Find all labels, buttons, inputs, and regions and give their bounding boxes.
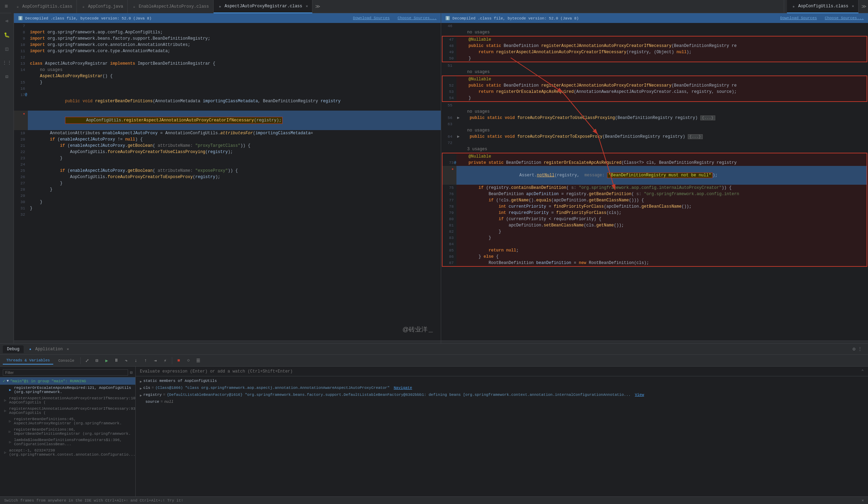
r-line-52: 52 public static BeanDefinition register… (443, 82, 867, 89)
code-line-32: 32 (14, 211, 441, 218)
tab-aop-config-utils[interactable]: ☕ AopConfigUtils.class (11, 0, 77, 13)
right-scrollbar[interactable] (441, 341, 868, 343)
sidebar-icon-3[interactable]: ◫ (2, 44, 12, 54)
right-tab-overflow[interactable]: ≫ (861, 3, 867, 9)
thread-frame-3[interactable]: ▷ registerAspectJAnnotationAutoProxyCrea… (0, 406, 135, 416)
status-bar: Switch frames from anywhere in the IDE w… (0, 496, 868, 504)
code-line-7: 7 (14, 23, 441, 29)
tab-close-button[interactable]: ✕ (306, 4, 308, 8)
debug-top-tabs: Debug ● Application ✕ ⚙ ⋮ (0, 344, 868, 355)
right-choose-sources[interactable]: Choose Sources... (825, 16, 864, 20)
btn-resume[interactable]: ▶ (103, 357, 111, 365)
code-line-no-usages-1: 14 no usages (14, 67, 441, 73)
var-item-source[interactable]: source = null (136, 399, 868, 405)
btn-stop[interactable]: ■ (175, 357, 183, 365)
btn-settings[interactable]: ☰ (194, 357, 202, 365)
r-line-ann3: @Nullable (443, 153, 867, 160)
left-info-bar: ℹ️ Decompiled .class file, bytecode vers… (14, 13, 441, 23)
r-line-83: 83 } (443, 235, 867, 241)
sidebar-icon-5[interactable]: ⊡ (2, 72, 12, 81)
thread-main[interactable]: ✓ ▼ "main"@1 in group "main": RUNNING (0, 377, 135, 385)
thread-frame-6[interactable]: ▷ lambda$loadBeanDefinitionsFromRegistra… (0, 437, 135, 447)
btn-step-out[interactable]: ↑ (142, 357, 150, 365)
tab-enable-aspect[interactable]: ☕ EnableAspectJAutoProxy.class (128, 0, 214, 13)
btn-restore-layout[interactable]: ⤢ (83, 357, 91, 365)
btn-step-over[interactable]: ↷ (122, 357, 130, 365)
debug-more-icon[interactable]: ⋮ (858, 346, 862, 352)
right-info-text: ℹ️ Decompiled .class file, bytecode vers… (445, 16, 579, 21)
sidebar-icon-4[interactable]: ⋮⋮ (2, 58, 12, 67)
btn-run-to-cursor[interactable]: ⇥ (151, 357, 160, 365)
code-line-31: 31 } (14, 205, 441, 211)
code-line-29: 29 (14, 193, 441, 199)
left-scrollbar[interactable] (14, 341, 441, 343)
tab-aspect-registrar[interactable]: ☕ AspectJAutoProxyRegistrar.class ✕ (214, 0, 313, 13)
sidebar-icon-debug[interactable]: 🐛 (2, 30, 12, 40)
navigate-link[interactable]: Navigate (394, 386, 412, 390)
right-download-sources[interactable]: Download Sources (780, 16, 817, 20)
right-code-panel: ℹ️ Decompiled .class file, bytecode vers… (441, 13, 868, 343)
btn-pause[interactable]: ⏸ (112, 357, 121, 365)
debug-tab-debug[interactable]: Debug (3, 345, 24, 353)
r-line-80: 80 if (currentPriority < requiredPriorit… (443, 216, 867, 222)
left-info-text: ℹ️ Decompiled .class file, bytecode vers… (18, 16, 152, 21)
r-line-51: 51 (441, 63, 868, 69)
r-line-3usages: 3 usages (441, 146, 868, 152)
java-icon: ☕ (15, 4, 20, 9)
var-item-static[interactable]: ▶ static members of AopConfigUtils (136, 378, 868, 385)
right-code-content: 46 no usages 47 @Nullable (441, 23, 868, 267)
eval-input[interactable] (140, 369, 859, 374)
left-code-content: 7 8 import org.springframework.aop.confi… (14, 23, 441, 218)
var-item-registry[interactable]: ▶ registry = {DefaultListableBeanFactory… (136, 392, 868, 399)
debug-console-tab[interactable]: Console (55, 357, 78, 364)
btn-step-into[interactable]: ↓ (132, 357, 140, 365)
left-code-scroll[interactable]: 7 8 import org.springframework.aop.confi… (14, 23, 441, 341)
debug-threads-panel: ⊟ ✓ ▼ "main"@1 in group "main": RUNNING … (0, 367, 136, 496)
btn-mute-bp[interactable]: ○ (184, 357, 193, 365)
tab-overflow-menu[interactable]: ≫ (315, 3, 320, 9)
btn-evaluate[interactable]: ⚡ (161, 357, 169, 365)
debug-settings-icon[interactable]: ⚙ (853, 346, 855, 352)
code-line-8: 8 import org.springframework.aop.config.… (14, 29, 441, 35)
tab-aop-config-utils-right[interactable]: ☕ AopConfigUtils.class ✕ (787, 0, 859, 13)
view-link[interactable]: View (635, 393, 644, 397)
right-code-scroll[interactable]: 46 no usages 47 @Nullable (441, 23, 868, 341)
tab-close-right-button[interactable]: ✕ (852, 4, 854, 8)
btn-filter[interactable]: ⊟ (93, 357, 101, 365)
thread-frame-4[interactable]: ▷ registerBeanDefinitions:45, AspectJAut… (0, 416, 135, 426)
eval-expand-btn[interactable]: ⌃ (861, 369, 864, 374)
r-line-nousage-1: no usages (441, 29, 868, 35)
code-line-25: 25 if (enableAspectJAutoProxy.getBoolean… (14, 168, 441, 174)
r-line-87: 87 RootBeanDefinition beanDefinition = n… (443, 260, 867, 266)
r-line-nousage-4: no usages (441, 127, 868, 134)
tab-app-config[interactable]: ☕ AppConfig.java (77, 0, 128, 13)
panel-icon[interactable]: ≡ (1, 3, 11, 10)
java-icon-5: ☕ (791, 4, 796, 9)
thread-frame-2[interactable]: ▷ registerAspectJAnnotationAutoProxyCrea… (0, 395, 135, 406)
r-line-49: 49 return registerAspectJAnnotationAutoP… (443, 49, 867, 55)
thread-frame-1[interactable]: ▶ registerOrEscalateApcAsRequired:121, A… (0, 385, 135, 395)
code-line-15: 15 } (14, 79, 441, 86)
status-close-btn[interactable]: ✕ (861, 498, 864, 503)
thread-frame-5[interactable]: ▷ registerBeanDefinitions:86, ImportBean… (0, 426, 135, 437)
toolbar-sep-2 (172, 357, 172, 364)
r-line-nousage-3: no usages (441, 109, 868, 115)
sidebar-icon-1[interactable]: ⊲ (2, 16, 12, 26)
code-line-27: 27 } (14, 180, 441, 186)
thread-frame-7[interactable]: ▷ accept:-1, 623247230 (org.springframew… (0, 447, 135, 458)
var-item-cls[interactable]: ▶ cls = (Class@1866) "class org.springfr… (136, 385, 868, 392)
thread-list: ⊟ ✓ ▼ "main"@1 in group "main": RUNNING … (0, 367, 135, 496)
code-line-24: 24 (14, 161, 441, 168)
r-line-82: 82 } (443, 229, 867, 235)
variables-list: ▶ static members of AopConfigUtils ▶ cls… (136, 376, 868, 496)
watermark: @砖业洋＿ (403, 325, 434, 334)
left-choose-sources[interactable]: Choose Sources... (398, 16, 437, 20)
r-line-74-bp: ● Assert.notNull(registry, message: "Bea… (443, 166, 867, 185)
left-download-sources[interactable]: Download Sources (353, 16, 390, 20)
debug-tab-application[interactable]: ● Application ✕ (25, 345, 73, 353)
debug-threads-tab[interactable]: Threads & Variables (3, 357, 53, 365)
r-line-48: 48 public static BeanDefinition register… (443, 43, 867, 49)
r-line-46: 46 (441, 23, 868, 29)
thread-filter-input[interactable] (3, 369, 128, 376)
thread-filter-icon[interactable]: ⊟ (130, 370, 133, 375)
